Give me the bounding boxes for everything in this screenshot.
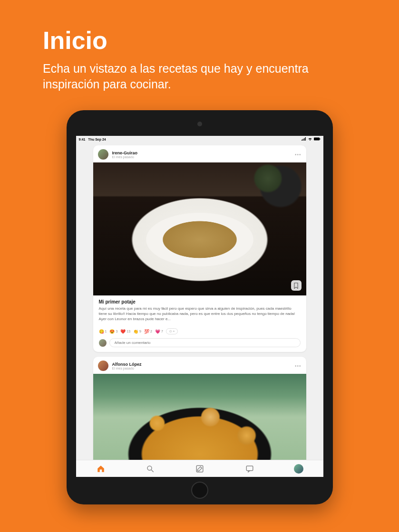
more-options-button[interactable]: •••	[295, 152, 302, 157]
post-author[interactable]: Alfonso López	[112, 362, 295, 367]
reaction-count: 1	[105, 330, 107, 333]
signal-icon	[302, 137, 306, 141]
post-author[interactable]: Irene-Guirao	[112, 151, 295, 155]
ipad-camera	[197, 122, 202, 126]
reaction-count: 9	[139, 330, 141, 333]
status-bar-right	[302, 137, 321, 141]
avatar[interactable]	[98, 149, 108, 160]
status-bar: 9:41 Thu Sep 24	[76, 136, 323, 142]
post-header: Alfonso López El mes pasado •••	[93, 357, 306, 374]
svg-rect-9	[246, 466, 253, 471]
more-options-button[interactable]: •••	[295, 363, 302, 369]
svg-rect-1	[302, 139, 303, 141]
status-time: 9:41	[79, 138, 86, 141]
svg-rect-0	[302, 140, 302, 141]
reaction-item[interactable]: 💗7	[155, 329, 163, 334]
reaction-item[interactable]: ❤️13	[120, 329, 130, 334]
reaction-item[interactable]: 💯2	[144, 329, 152, 334]
comment-avatar[interactable]	[99, 339, 107, 347]
bookmark-icon	[293, 283, 299, 289]
reaction-emoji: ❤️	[120, 329, 126, 334]
post-card[interactable]: Alfonso López El mes pasado •••	[93, 357, 306, 460]
svg-rect-2	[304, 138, 305, 141]
reaction-count: 2	[150, 330, 152, 333]
compose-icon	[195, 465, 204, 473]
search-icon	[146, 465, 155, 473]
promo-subtitle: Echa un vistazo a las recetas que hay y …	[43, 61, 356, 92]
avatar[interactable]	[98, 361, 108, 371]
promo-title: Inicio	[43, 26, 107, 55]
reaction-emoji: 😋	[99, 329, 104, 334]
reaction-count: 7	[161, 330, 163, 333]
svg-rect-3	[305, 137, 306, 141]
battery-icon	[314, 137, 321, 141]
svg-rect-4	[314, 138, 320, 141]
post-header: Irene-Guirao El mes pasado •••	[93, 145, 306, 162]
home-icon	[97, 465, 105, 473]
ipad-device-frame: 9:41 Thu Sep 24	[67, 110, 333, 504]
reaction-emoji: 😍	[109, 329, 115, 334]
svg-point-6	[147, 466, 152, 470]
tab-activity[interactable]	[244, 464, 255, 474]
chat-icon	[245, 465, 254, 473]
reaction-item[interactable]: 😍3	[109, 329, 117, 334]
ipad-screen: 9:41 Thu Sep 24	[76, 136, 323, 477]
tab-compose[interactable]	[195, 464, 205, 474]
recipe-title[interactable]: Mi primer potaje	[99, 299, 301, 304]
tab-search[interactable]	[145, 464, 156, 474]
comment-row	[93, 338, 306, 352]
reaction-emoji: 💗	[155, 329, 160, 334]
status-bar-left: 9:41 Thu Sep 24	[79, 138, 106, 141]
tab-bar	[76, 460, 323, 477]
post-body: Mi primer potaje Aquí una receta que par…	[93, 295, 306, 326]
svg-line-7	[151, 470, 154, 472]
reaction-item[interactable]: 😋1	[99, 329, 107, 334]
ipad-home-button[interactable]	[191, 482, 208, 499]
reaction-emoji: 👏	[133, 329, 138, 334]
reaction-emoji: 💯	[144, 329, 149, 334]
feed-scroll[interactable]: Irene-Guirao El mes pasado ••• Mi primer…	[76, 142, 323, 460]
tab-home[interactable]	[96, 464, 106, 474]
svg-rect-5	[320, 138, 320, 140]
post-timestamp: El mes pasado	[112, 155, 295, 159]
reaction-count: 3	[116, 330, 117, 333]
wifi-icon	[308, 137, 312, 141]
post-image[interactable]	[93, 162, 306, 295]
status-date: Thu Sep 24	[88, 138, 106, 141]
post-timestamp: El mes pasado	[112, 367, 295, 370]
reaction-count: 13	[127, 330, 130, 333]
reactions-bar: 😋1 😍3 ❤️13 👏9 💯2 💗7 ☺+	[93, 326, 306, 338]
bookmark-button[interactable]	[291, 280, 302, 291]
post-card[interactable]: Irene-Guirao El mes pasado ••• Mi primer…	[93, 145, 306, 352]
tab-profile[interactable]	[294, 464, 303, 474]
recipe-description: Aquí una receta que para mí es muy fácil…	[99, 306, 301, 322]
comment-input[interactable]	[109, 338, 301, 347]
reaction-item[interactable]: 👏9	[133, 329, 141, 334]
add-reaction-button[interactable]: ☺+	[166, 328, 178, 334]
post-image[interactable]	[93, 374, 306, 460]
